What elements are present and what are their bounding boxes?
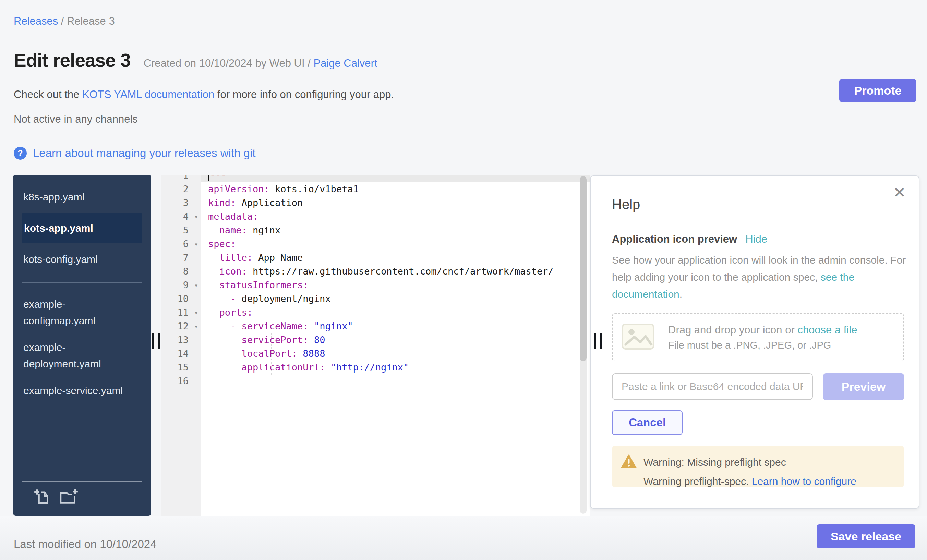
save-release-button[interactable]: Save release (817, 524, 915, 548)
code-line[interactable]: name: nginx (201, 223, 590, 237)
code-line[interactable]: icon: https://raw.githubusercontent.com/… (201, 264, 590, 278)
line-number: 16 (161, 374, 201, 388)
help-card-content: Help Application icon previewHide See ho… (612, 176, 904, 508)
yaml-code-editor[interactable]: 1234▾56▾789▾1011▾12▾13141516 ---apiVersi… (161, 175, 590, 516)
file-tree-item[interactable]: example-service.yaml (13, 377, 143, 404)
description-text: See how your application icon will look … (612, 254, 906, 283)
icon-url-input[interactable] (612, 373, 813, 400)
question-circle-icon: ? (14, 147, 27, 160)
fold-caret-icon[interactable]: ▾ (195, 278, 198, 292)
dropzone-text: Drag and drop your icon or choose a file… (668, 324, 857, 351)
file-tree-item[interactable]: k8s-app.yaml (13, 184, 143, 211)
pane-resizer-left[interactable] (152, 334, 162, 349)
line-number: 3 (161, 196, 201, 210)
preview-button[interactable]: Preview (823, 373, 904, 400)
indent-guide (271, 333, 272, 375)
kots-yaml-docs-link[interactable]: KOTS YAML documentation (82, 88, 214, 100)
docs-prefix: Check out the (14, 88, 82, 100)
editor-scrollbar[interactable] (580, 176, 587, 514)
git-help-row: ? Learn about managing your releases wit… (14, 147, 255, 160)
edit-release-page: Releases / Release 3 Edit release 3 Crea… (0, 0, 927, 560)
icon-url-row: Preview (612, 373, 904, 400)
icon-preview-title: Application icon preview (612, 233, 737, 245)
line-number: 10 (161, 292, 201, 306)
hide-link[interactable]: Hide (745, 233, 767, 245)
line-number: 5 (161, 223, 201, 237)
created-text: Created on 10/10/2024 by Web UI / (144, 57, 314, 69)
new-file-icon (33, 501, 50, 506)
git-releases-link[interactable]: Learn about managing your releases with … (33, 147, 255, 160)
description-period: . (679, 288, 682, 300)
new-file-button[interactable] (33, 488, 50, 506)
help-title: Help (612, 197, 640, 212)
file-tree-item[interactable]: example-configmap.yaml (13, 291, 143, 334)
icon-preview-description: See how your application icon will look … (612, 252, 917, 303)
resizer-bar (158, 334, 160, 349)
dropzone-line1: Drag and drop your icon or (668, 324, 798, 336)
code-line[interactable]: metadata: (201, 210, 590, 223)
preflight-warning-box: Warning: Missing preflight spec Warning … (612, 446, 904, 487)
code-line[interactable]: applicationUrl: "http://nginx" (201, 361, 590, 374)
editor-gutter: 1234▾56▾789▾1011▾12▾13141516 (161, 175, 201, 516)
line-number: 2 (161, 182, 201, 196)
code-line[interactable]: --- (201, 175, 590, 182)
line-number: 1 (161, 175, 201, 182)
cancel-button[interactable]: Cancel (612, 410, 682, 435)
new-folder-icon (59, 501, 79, 506)
fold-caret-icon[interactable]: ▾ (195, 319, 198, 333)
icon-dropzone[interactable]: Drag and drop your icon or choose a file… (612, 313, 904, 361)
code-line[interactable]: statusInformers: (201, 278, 590, 292)
created-line: Created on 10/10/2024 by Web UI / Paige … (144, 57, 377, 70)
channel-status: Not active in any channels (14, 113, 138, 126)
line-number: 15 (161, 361, 201, 374)
code-pane[interactable]: ---apiVersion: kots.io/v1beta1kind: Appl… (201, 175, 590, 516)
file-tree-list: k8s-app.yamlkots-app.yamlkots-config.yam… (13, 175, 151, 404)
breadcrumb-separator: / (58, 15, 67, 27)
text-cursor (208, 175, 209, 181)
line-number: 11▾ (161, 306, 201, 319)
choose-file-link[interactable]: choose a file (798, 324, 857, 336)
breadcrumb-releases-link[interactable]: Releases (14, 15, 58, 27)
code-line[interactable]: localPort: 8888 (201, 347, 590, 361)
code-line[interactable]: kind: Application (201, 196, 590, 210)
breadcrumb: Releases / Release 3 (14, 15, 115, 27)
editor-scrollbar-thumb[interactable] (580, 176, 587, 361)
fold-caret-icon[interactable]: ▾ (195, 210, 198, 223)
image-placeholder-icon (622, 323, 655, 351)
warning-title: Warning: Missing preflight spec (643, 457, 786, 468)
code-line[interactable]: - serviceName: "nginx" (201, 319, 590, 333)
file-tree-actions (22, 481, 141, 506)
code-line[interactable]: - deployment/nginx (201, 292, 590, 306)
line-number: 12▾ (161, 319, 201, 333)
code-line[interactable]: apiVersion: kots.io/v1beta1 (201, 182, 590, 196)
docs-suffix: for more info on configuring your app. (214, 88, 394, 100)
promote-button[interactable]: Promote (839, 79, 916, 102)
file-tree-item[interactable]: kots-config.yaml (13, 246, 143, 273)
file-tree-item[interactable]: kots-app.yaml (22, 213, 142, 243)
docs-line: Check out the KOTS YAML documentation fo… (14, 88, 394, 101)
code-line[interactable] (201, 374, 590, 388)
fold-caret-icon[interactable]: ▾ (195, 237, 198, 251)
file-tree-item[interactable]: example-deployment.yaml (13, 334, 143, 377)
page-title: Edit release 3 (14, 49, 131, 71)
line-number: 13 (161, 333, 201, 347)
code-line[interactable]: title: App Name (201, 251, 590, 264)
pane-resizer-right[interactable] (594, 334, 604, 349)
fold-caret-icon[interactable]: ▾ (195, 306, 198, 319)
last-modified-text: Last modified on 10/10/2024 (14, 538, 157, 551)
line-number: 14 (161, 347, 201, 361)
resizer-bar (594, 334, 596, 349)
line-number: 6▾ (161, 237, 201, 251)
line-number: 8 (161, 264, 201, 278)
breadcrumb-current: Release 3 (67, 15, 115, 27)
code-line[interactable]: ports: (201, 306, 590, 319)
new-folder-button[interactable] (59, 488, 79, 506)
warning-detail: Warning preflight-spec. Learn how to con… (643, 476, 856, 487)
line-number: 9▾ (161, 278, 201, 292)
warning-detail-text: Warning preflight-spec. (643, 476, 752, 487)
code-line[interactable]: spec: (201, 237, 590, 251)
created-by-link[interactable]: Paige Calvert (313, 57, 377, 69)
learn-how-to-configure-link[interactable]: Learn how to configure (752, 476, 856, 487)
icon-preview-section-header: Application icon previewHide (612, 233, 767, 245)
code-line[interactable]: servicePort: 80 (201, 333, 590, 347)
